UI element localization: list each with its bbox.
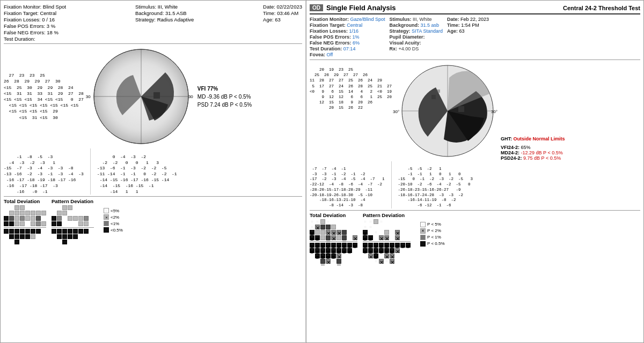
fix-target: Fixation Target: Central bbox=[310, 23, 385, 28]
r-legend-1pct-label: P < 1% bbox=[427, 235, 441, 240]
r-legend-5pct: :: P < 5% bbox=[420, 222, 445, 227]
background-label: Background: 31.5 ASB bbox=[135, 10, 194, 16]
axis-30-left-r: 30° bbox=[393, 109, 399, 114]
r-legend-05pct-label: P < 0.5% bbox=[427, 241, 445, 246]
right-bottom-section: Total Deviation :::::: ::✕▒▒ ■✕✕✕▒ ■■▒✕▒… bbox=[310, 212, 640, 264]
stimulus: Stimulus: III, White bbox=[390, 17, 443, 22]
r-legend-05pct: P < 0.5% bbox=[420, 241, 445, 247]
right-pattern-dev-grid: :::::: :::: ■::✕ ■■✕✕✕ ■■■■■■■■■ ■■■■■■✕… bbox=[363, 219, 411, 264]
visual-field-chart-right bbox=[398, 62, 497, 161]
fixation-target-label: Fixation Target: Central bbox=[4, 10, 66, 16]
svg-rect-11 bbox=[437, 90, 440, 93]
axis-label-30-left: 30 bbox=[86, 94, 91, 99]
time-label: Time: 03:46 AM bbox=[263, 10, 302, 16]
total-deviation-col: Total Deviation bbox=[4, 198, 46, 244]
right-pattern-dev-title: Pattern Deviation bbox=[363, 212, 411, 218]
legend-left: :: <5% ✕ <2% <1% <0.5% bbox=[104, 208, 123, 244]
total-dev-numbers: -1 -8 -5 -3 -4 -3 -2 -3 1 -15 -7 -3 -4 -… bbox=[4, 148, 84, 195]
right-total-dev-grid: :::::: ::✕▒▒ ■✕✕✕▒ ■■▒✕▒✕ ■■■■■■■■■ ■■■■… bbox=[310, 219, 357, 264]
right-threshold-right bbox=[501, 62, 565, 72]
background: Background: 31.5 asb bbox=[390, 23, 443, 28]
vfi24-value: 65% bbox=[521, 145, 531, 150]
left-header-col1: Fixation Monitor: Blind Spot Fixation Ta… bbox=[4, 4, 66, 42]
pattern-dev-title: Pattern Deviation bbox=[52, 198, 94, 204]
fixation-losses-label: Fixation Losses: 0 / 16 bbox=[4, 17, 66, 23]
date-r: Date: Feb 22, 2023 bbox=[447, 17, 489, 22]
right-total-dev-numbers: -7 -7 -4 -1 -3 -3 -1 -2 -1 -2 -17 -2 -3 … bbox=[310, 161, 385, 208]
bottom-section-left: Total Deviation Pattern Deviation bbox=[4, 198, 302, 244]
test-duration-label: Test Duration: bbox=[4, 36, 66, 42]
legend-1pct: <1% bbox=[104, 221, 123, 226]
psd24-label: PSD24-2: bbox=[501, 155, 522, 161]
info-col3: Date: Feb 22, 2023 Time: 1:54 PM Age: 63 bbox=[447, 17, 489, 57]
md-value: MD -9.36 dB P < 0.5% bbox=[197, 94, 252, 100]
r-legend-5pct-label: P < 5% bbox=[427, 222, 441, 227]
svg-rect-9 bbox=[458, 106, 464, 112]
axis-30-right-r: 30° bbox=[491, 109, 497, 114]
right-threshold-left: 20 19 23 25 25 26 29 27 27 26 11 28 27 2… bbox=[310, 62, 392, 161]
md24-value: -12.29 dB P < 0.5% bbox=[521, 150, 563, 155]
strategy-label: Strategy: Radius Adaptive bbox=[135, 17, 194, 23]
stats-section: VFI24-2: 65% MD24-2: -12.29 dB P < 0.5% … bbox=[501, 145, 565, 161]
legend-05pct-label: <0.5% bbox=[111, 228, 123, 233]
age-r: Age: 63 bbox=[447, 28, 489, 34]
svg-rect-10 bbox=[431, 95, 436, 99]
od-badge: OD bbox=[310, 4, 323, 11]
false-pos: False POS Errors: 1% bbox=[310, 34, 385, 40]
legend-1pct-label: <1% bbox=[111, 221, 119, 226]
right-info-grid: Fixation Monitor: Gaze/Blind Spot Fixati… bbox=[310, 17, 640, 57]
ght-value: Outside Normal Limits bbox=[514, 136, 565, 141]
legend-right: :: P < 5% ✕ P < 2% P < 1% P < 0.5% bbox=[420, 222, 445, 264]
stimulus-label: Stimulus: III, White bbox=[135, 4, 194, 10]
right-panel: OD Single Field Analysis Central 24-2 Th… bbox=[306, 0, 644, 343]
fix-losses: Fixation Losses: 1/16 bbox=[310, 28, 385, 34]
vfi-value: VFI 77% bbox=[197, 86, 252, 92]
time-r: Time: 1:54 PM bbox=[447, 23, 489, 28]
legend-2pct: ✕ <2% bbox=[104, 214, 123, 220]
fixation-monitor-label: Fixation Monitor: Blind Spot bbox=[4, 4, 66, 10]
fix-monitor: Fixation Monitor: Gaze/Blind Spot bbox=[310, 17, 385, 22]
visual-acuity: Visual Acuity: bbox=[390, 40, 443, 46]
right-pattern-dev-col: Pattern Deviation :::::: :::: ■::✕ ■■✕✕✕… bbox=[363, 212, 411, 264]
r-legend-1pct: P < 1% bbox=[420, 235, 445, 240]
false-pos-label: False POS Errors: 3 % bbox=[4, 23, 66, 29]
total-dev-grid bbox=[4, 205, 46, 244]
left-header-col3: Date: 02/22/2023 Time: 03:46 AM Age: 63 bbox=[263, 4, 302, 42]
left-header-col2: Stimulus: III, White Background: 31.5 AS… bbox=[135, 4, 194, 42]
left-header: Fixation Monitor: Blind Spot Fixation Ta… bbox=[4, 4, 302, 42]
strategy: Strategy: SITA Standard bbox=[390, 28, 443, 34]
pattern-dev-grid bbox=[52, 205, 94, 244]
right-main-content: 20 19 23 25 25 26 29 27 27 26 11 28 27 2… bbox=[310, 62, 640, 161]
age-label: Age: 63 bbox=[263, 17, 302, 23]
pattern-dev-numbers: 0 -4 -3 -2 -2 -2 0 0 1 3 -13 -6 -1 -3 -2… bbox=[97, 148, 177, 195]
test-type: Central 24-2 Threshold Test bbox=[563, 5, 640, 11]
false-neg: False NEG Errors: 6% bbox=[310, 40, 385, 46]
legend-5pct: :: <5% bbox=[104, 208, 123, 213]
r-legend-2pct-label: P < 2% bbox=[427, 228, 441, 233]
total-dev-title: Total Deviation bbox=[4, 198, 46, 204]
pattern-deviation-col: Pattern Deviation bbox=[52, 198, 94, 244]
false-neg-label: False NEG Errors: 18 % bbox=[4, 29, 66, 35]
md24-label: MD24-2: bbox=[501, 150, 519, 155]
vfi24-label: VFI24-2: bbox=[501, 145, 519, 150]
visual-field-chart-left bbox=[90, 46, 192, 147]
right-total-dev-title: Total Deviation bbox=[310, 212, 357, 218]
psd-value: PSD 7.24 dB P < 0.5% bbox=[197, 102, 252, 108]
ght-section: GHT: Outside Normal Limits bbox=[501, 136, 565, 141]
fovea: Fovea: Off bbox=[310, 52, 385, 57]
legend-2pct-label: <2% bbox=[111, 215, 119, 220]
axis-label-30-right: 30 bbox=[188, 94, 193, 99]
threshold-numbers-left: 27 23 23 25 26 28 29 29 27 30 <15 25 30 … bbox=[4, 72, 84, 121]
info-col2: Stimulus: III, White Background: 31.5 as… bbox=[390, 17, 443, 57]
ght-label: GHT: bbox=[501, 136, 512, 141]
psd24-value: 9.75 dB P < 0.5% bbox=[523, 155, 561, 161]
info-col1: Fixation Monitor: Gaze/Blind Spot Fixati… bbox=[310, 17, 385, 57]
pupil: Pupil Diameter: bbox=[390, 34, 443, 40]
rx: Rx: +4.00 DS bbox=[390, 46, 443, 51]
right-stats: GHT: Outside Normal Limits VFI24-2: 65% … bbox=[501, 62, 565, 161]
analysis-title: Single Field Analysis bbox=[326, 4, 563, 12]
left-panel: Fixation Monitor: Blind Spot Fixation Ta… bbox=[0, 0, 306, 343]
right-pattern-dev-numbers: -5 -5 -2 1 -1 -1 1 0 1 0 -15 0 -1 -2 -3 … bbox=[398, 161, 473, 208]
legend-05pct: <0.5% bbox=[104, 227, 123, 233]
right-total-dev-col: Total Deviation :::::: ::✕▒▒ ■✕✕✕▒ ■■▒✕▒… bbox=[310, 212, 357, 264]
